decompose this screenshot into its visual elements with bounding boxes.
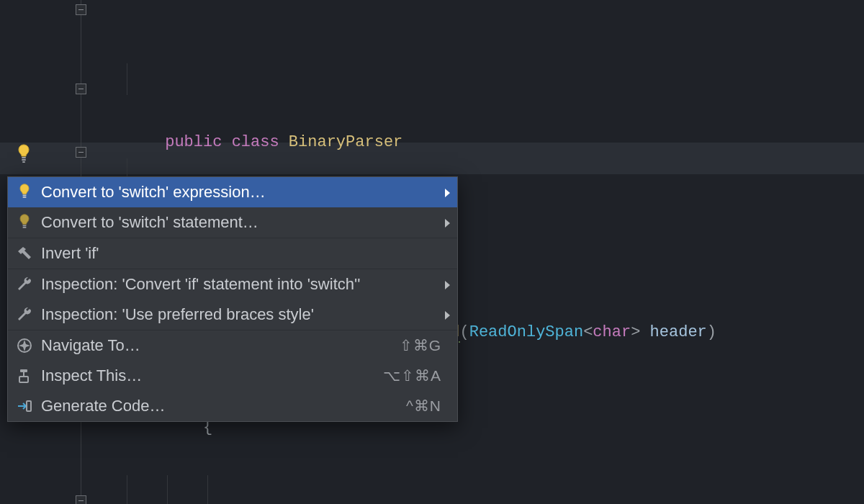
compass-icon: [15, 336, 34, 355]
keyword: char: [593, 323, 631, 341]
svg-rect-12: [20, 369, 27, 372]
wrench-icon: [15, 305, 34, 324]
generate-icon: [15, 397, 34, 415]
submenu-arrow-icon: [441, 213, 450, 231]
svg-rect-8: [22, 197, 26, 198]
fold-toggle-icon[interactable]: [76, 147, 86, 158]
intention-bulb-icon[interactable]: [16, 144, 32, 164]
menu-item-label: Invert 'if': [41, 244, 441, 262]
intention-actions-popup: Convert to 'switch' expression… Convert …: [7, 176, 458, 422]
fold-toggle-icon[interactable]: [76, 4, 86, 15]
fold-toggle-icon[interactable]: [76, 495, 86, 504]
code-line: if (header.SequenceEqual(other: "<==HEAD…: [108, 475, 864, 504]
menu-item-label: Inspection: 'Convert 'if' statement into…: [41, 275, 441, 293]
menu-item-navigate-to[interactable]: Navigate To… ⇧⌘G: [8, 330, 457, 361]
svg-rect-14: [19, 377, 28, 382]
menu-item-inspect-this[interactable]: Inspect This… ⌥⇧⌘A: [8, 361, 457, 391]
menu-item-convert-switch-expression[interactable]: Convert to 'switch' expression…: [8, 177, 457, 207]
menu-item-shortcut: ⇧⌘G: [400, 337, 441, 354]
bulb-icon: [15, 183, 34, 202]
svg-rect-9: [22, 225, 26, 226]
bulb-dim-icon: [15, 213, 34, 232]
menu-item-label: Generate Code…: [41, 397, 397, 415]
code-line: public class BinaryParser: [108, 63, 864, 95]
svg-rect-15: [27, 401, 31, 411]
submenu-arrow-icon: [441, 275, 450, 293]
parameter-name: header: [650, 323, 707, 341]
submenu-arrow-icon: [441, 183, 450, 201]
wrench-icon: [15, 275, 34, 294]
menu-item-label: Convert to 'switch' expression…: [41, 183, 441, 201]
svg-rect-1: [22, 159, 26, 161]
menu-item-label: Inspection: 'Use preferred braces style': [41, 305, 441, 323]
svg-rect-10: [22, 227, 26, 228]
hammer-icon: [15, 244, 34, 263]
submenu-arrow-icon: [441, 305, 450, 323]
menu-item-convert-switch-statement[interactable]: Convert to 'switch' statement…: [8, 207, 457, 238]
menu-item-inspection-braces-style[interactable]: Inspection: 'Use preferred braces style': [8, 300, 457, 330]
fold-toggle-icon[interactable]: [76, 84, 86, 94]
keyword: class: [232, 133, 279, 151]
svg-rect-0: [22, 157, 26, 158]
menu-item-inspection-convert-if[interactable]: Inspection: 'Convert 'if' statement into…: [8, 269, 457, 300]
type-name: BinaryParser: [289, 133, 402, 151]
menu-item-generate-code[interactable]: Generate Code… ^⌘N: [8, 391, 457, 421]
menu-item-invert-if[interactable]: Invert 'if': [8, 238, 457, 269]
svg-rect-7: [22, 194, 26, 196]
menu-item-label: Navigate To…: [41, 336, 391, 354]
inspect-icon: [15, 366, 34, 385]
menu-item-label: Inspect This…: [41, 366, 374, 384]
keyword: public: [165, 133, 222, 151]
menu-item-shortcut: ⌥⇧⌘A: [383, 367, 441, 384]
menu-item-label: Convert to 'switch' statement…: [41, 213, 441, 231]
type-name: ReadOnlySpan: [469, 323, 583, 341]
svg-rect-2: [22, 161, 25, 163]
menu-item-shortcut: ^⌘N: [406, 397, 441, 415]
